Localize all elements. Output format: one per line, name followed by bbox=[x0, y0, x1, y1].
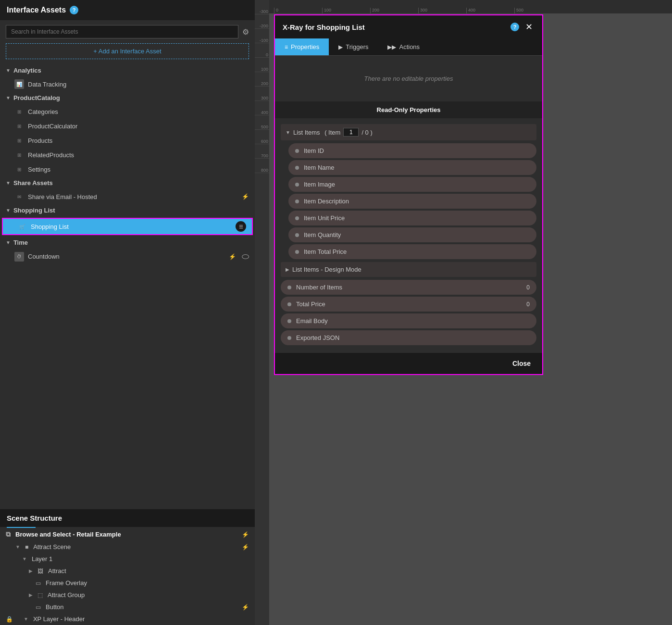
help-icon[interactable]: ? bbox=[70, 6, 78, 14]
tab-actions[interactable]: ▶▶ Actions bbox=[378, 38, 429, 55]
triggers-icon: ▶ bbox=[338, 44, 343, 50]
scene-tree: ⧉ Browse and Select - Retail Example ⚡ ▼… bbox=[0, 528, 255, 625]
list-items-header: ▼ List Items ( Item / 0 ) bbox=[281, 124, 536, 140]
chevron-down-icon: ▼ bbox=[6, 208, 11, 213]
ruler-mark: 500 bbox=[255, 115, 269, 130]
grid-icon: ⊞ bbox=[14, 107, 24, 116]
chevron-down-icon: ▼ bbox=[6, 240, 11, 245]
modal-close-button[interactable]: Close bbox=[509, 358, 535, 369]
item-label: Shopping List bbox=[31, 223, 69, 230]
list-items-paren: ( Item bbox=[323, 129, 341, 136]
item-share-email[interactable]: ✉ Share via Email - Hosted ⚡ bbox=[0, 189, 255, 204]
grid-icon: ⊞ bbox=[14, 150, 24, 160]
design-mode-row[interactable]: ▶ List Items - Design Mode bbox=[281, 262, 536, 277]
panel-title: Interface Assets bbox=[7, 6, 66, 14]
image-icon: 🖼 bbox=[37, 568, 43, 575]
item-label: Countdown bbox=[28, 253, 60, 260]
chevron-down-icon: ▼ bbox=[6, 68, 11, 73]
xray-help-icon[interactable]: ? bbox=[510, 23, 519, 31]
category-label: ProductCatalog bbox=[13, 94, 60, 101]
prop-label: Exported JSON bbox=[296, 334, 339, 341]
chart-icon: 📊 bbox=[14, 79, 24, 89]
scene-item-layer1[interactable]: ▼ Layer 1 bbox=[0, 553, 255, 565]
ruler-tick: 200 bbox=[370, 8, 418, 13]
item-label: Products bbox=[28, 137, 52, 144]
scene-item-label: Attract Scene bbox=[33, 543, 71, 550]
square-icon: ■ bbox=[25, 544, 28, 550]
left-panel: Interface Assets ? ⚙ + Add an Interface … bbox=[0, 0, 255, 625]
scene-item-button[interactable]: ▭ Button ⚡ bbox=[0, 601, 255, 613]
item-relatedproducts[interactable]: ⊞ RelatedProducts bbox=[0, 148, 255, 162]
xray-title: X-Ray for Shopping List bbox=[283, 23, 507, 31]
prop-label: Email Body bbox=[296, 317, 328, 325]
lightning-icon: ⚡ bbox=[229, 253, 236, 260]
category-shoppinglist[interactable]: ▼ Shopping List bbox=[0, 204, 255, 217]
chevron-down-icon: ▼ bbox=[24, 616, 28, 622]
scene-item-attract-group[interactable]: ▶ ⬚ Attract Group bbox=[0, 589, 255, 601]
category-time[interactable]: ▼ Time bbox=[0, 236, 255, 249]
prop-item-description: Item Description bbox=[288, 194, 536, 209]
xray-tabs: ≡ Properties ▶ Triggers ▶▶ Actions bbox=[275, 38, 542, 56]
item-counter-input[interactable] bbox=[343, 128, 359, 137]
tab-label: Properties bbox=[291, 43, 319, 50]
scene-item-attract[interactable]: ▶ 🖼 Attract bbox=[0, 565, 255, 577]
item-data-tracking[interactable]: 📊 Data Tracking bbox=[0, 77, 255, 91]
add-asset-button[interactable]: + Add an Interface Asset bbox=[6, 43, 249, 59]
dot-icon bbox=[287, 286, 291, 289]
prop-label: Item Description bbox=[304, 198, 349, 205]
scene-item-label: Browse and Select - Retail Example bbox=[15, 531, 121, 538]
grid-icon: ⊞ bbox=[14, 136, 24, 145]
dot-icon bbox=[295, 233, 299, 237]
horizontal-ruler: 0 100 200 300 400 500 bbox=[269, 0, 672, 13]
xray-header: X-Ray for Shopping List ? ✕ bbox=[275, 15, 542, 38]
props-content: ▼ List Items ( Item / 0 ) Item ID Item N… bbox=[275, 118, 542, 353]
asset-tree: ▼ Analytics 📊 Data Tracking ▼ ProductCat… bbox=[0, 64, 255, 509]
scene-item-attract-scene[interactable]: ▼ ■ Attract Scene ⚡ bbox=[0, 541, 255, 553]
ruler-mark: 200 bbox=[255, 72, 269, 87]
scene-item-label: XP Layer - Header bbox=[33, 615, 85, 623]
readonly-header: Read-Only Properties bbox=[275, 101, 542, 118]
ruler-mark: 800 bbox=[255, 159, 269, 173]
category-label: Share Assets bbox=[13, 179, 53, 187]
chevron-down-icon: ▼ bbox=[6, 180, 11, 186]
item-settings[interactable]: ⊞ Settings bbox=[0, 162, 255, 176]
category-productcatalog[interactable]: ▼ ProductCatalog bbox=[0, 91, 255, 104]
search-bar: ⚙ bbox=[0, 20, 255, 43]
item-shopping-list[interactable]: 🛒 Shopping List ☰ bbox=[3, 219, 252, 234]
ruler-mark: 400 bbox=[255, 101, 269, 115]
scene-item-label: Button bbox=[46, 603, 64, 611]
toggle-icon[interactable]: ⬭ bbox=[242, 251, 249, 262]
tab-properties[interactable]: ≡ Properties bbox=[275, 38, 329, 55]
scene-item-browse-select[interactable]: ⧉ Browse and Select - Retail Example ⚡ bbox=[0, 528, 255, 541]
chevron-down-icon: ▼ bbox=[6, 95, 11, 100]
item-categories[interactable]: ⊞ Categories bbox=[0, 104, 255, 119]
gear-icon[interactable]: ⚙ bbox=[242, 27, 249, 37]
category-shareassets[interactable]: ▼ Share Assets bbox=[0, 176, 255, 189]
scene-item-label: Layer 1 bbox=[32, 555, 52, 562]
prop-label: Item ID bbox=[304, 147, 324, 154]
xray-close-button[interactable]: ✕ bbox=[523, 21, 535, 33]
item-countdown[interactable]: ⏱ Countdown ⚡ ⬭ bbox=[0, 249, 255, 264]
scene-item-frame-overlay[interactable]: ▭ Frame Overlay bbox=[0, 577, 255, 589]
prop-label: Item Image bbox=[304, 181, 335, 188]
dot-icon bbox=[287, 336, 291, 340]
readonly-title: Read-Only Properties bbox=[377, 106, 441, 113]
ruler-mark: -100 bbox=[255, 29, 269, 43]
scene-item-label: Frame Overlay bbox=[46, 579, 87, 587]
ruler-mark: 600 bbox=[255, 130, 269, 144]
vertical-ruler: -300 -200 -100 0 100 200 300 400 500 600… bbox=[255, 0, 269, 625]
item-productcalculator[interactable]: ⊞ ProductCalculator bbox=[0, 119, 255, 133]
prop-item-id: Item ID bbox=[288, 143, 536, 158]
grid-icon: ⊞ bbox=[14, 164, 24, 174]
tab-label: Actions bbox=[399, 43, 420, 50]
tab-triggers[interactable]: ▶ Triggers bbox=[329, 38, 378, 55]
chevron-down-icon: ▼ bbox=[15, 544, 20, 550]
search-input[interactable] bbox=[6, 25, 238, 38]
scene-item-xp-layer[interactable]: 🔒 ▼ XP Layer - Header bbox=[0, 613, 255, 625]
scene-icon: ⧉ bbox=[6, 530, 11, 538]
canvas-area: 0 100 200 300 400 500 X-Ray for Shopping… bbox=[269, 0, 672, 625]
ruler-tick: 500 bbox=[514, 8, 562, 13]
shield-icon: 🛒 bbox=[17, 222, 27, 231]
item-products[interactable]: ⊞ Products bbox=[0, 133, 255, 148]
category-analytics[interactable]: ▼ Analytics bbox=[0, 64, 255, 77]
